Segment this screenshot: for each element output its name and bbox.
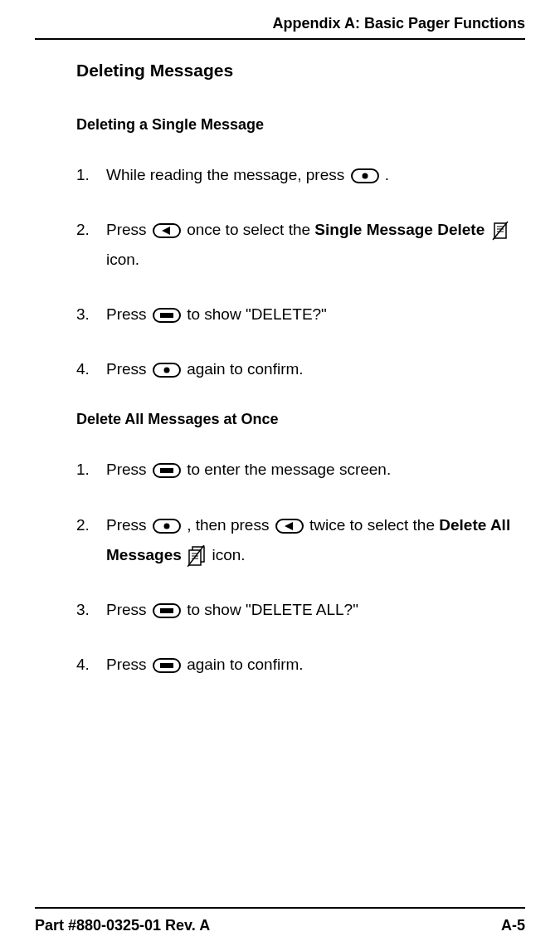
step-text: again to confirm.	[183, 656, 304, 673]
list-item: While reading the message, press .	[76, 160, 525, 190]
subsection-1-title: Deleting a Single Message	[76, 115, 525, 135]
page-footer: Part #880-0325-01 Rev. A A-5	[35, 907, 525, 936]
step-text: to enter the message screen.	[183, 461, 391, 478]
step-text: Press	[106, 656, 151, 673]
step-text: Press	[106, 305, 151, 323]
step-text: to show "DELETE ALL?"	[183, 601, 358, 618]
list-item: Press to show "DELETE?"	[76, 300, 525, 329]
dot-button-icon	[153, 519, 181, 534]
single-delete-icon	[491, 220, 509, 241]
bar-button-icon	[153, 463, 181, 478]
delete-all-icon	[187, 545, 206, 567]
bar-button-icon	[153, 603, 181, 618]
step-bold: Single Message Delete	[314, 221, 485, 238]
list-item: Press to enter the message screen.	[76, 455, 525, 485]
page-content: Deleting Messages Deleting a Single Mess…	[35, 40, 525, 680]
left-button-icon	[153, 223, 181, 238]
subsection-2-title: Delete All Messages at Once	[76, 409, 525, 430]
step-text: Press	[106, 516, 151, 534]
step-text: once to select the	[183, 221, 315, 238]
subsection-1-steps: While reading the message, press . Press…	[76, 160, 525, 384]
step-text: Press	[106, 360, 151, 378]
bar-button-icon	[153, 308, 181, 323]
step-text: twice to select the	[305, 516, 440, 534]
step-text: While reading the message, press	[106, 166, 349, 183]
list-item: Press again to confirm.	[76, 354, 525, 384]
subsection-2-steps: Press to enter the message screen. Press…	[76, 455, 525, 679]
footer-right: A-5	[501, 915, 525, 936]
step-text: again to confirm.	[183, 360, 304, 378]
step-text: , then press	[183, 516, 274, 534]
step-text: Press	[106, 461, 151, 478]
list-item: Press again to confirm.	[76, 650, 525, 680]
step-text: icon.	[106, 251, 139, 268]
left-button-icon	[275, 519, 304, 534]
header-title: Appendix A: Basic Pager Functions	[273, 15, 525, 32]
dot-button-icon	[153, 363, 181, 378]
list-item: Press once to select the Single Message …	[76, 215, 525, 275]
page-header: Appendix A: Basic Pager Functions	[35, 0, 525, 40]
step-text: icon.	[207, 546, 245, 563]
step-text: .	[381, 166, 390, 183]
step-text: to show "DELETE?"	[183, 305, 327, 323]
section-title: Deleting Messages	[76, 58, 525, 82]
list-item: Press to show "DELETE ALL?"	[76, 595, 525, 625]
list-item: Press , then press twice to select the D…	[76, 510, 525, 570]
bar-button-icon	[153, 658, 181, 673]
step-text: Press	[106, 221, 151, 238]
dot-button-icon	[351, 168, 379, 183]
footer-left: Part #880-0325-01 Rev. A	[35, 915, 210, 936]
step-text: Press	[106, 601, 151, 618]
